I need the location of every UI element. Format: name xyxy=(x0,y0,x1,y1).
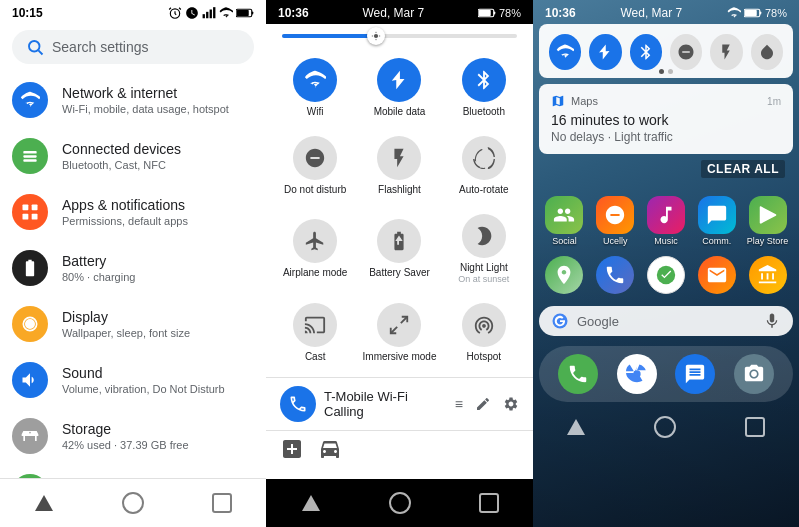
app-ucelly[interactable]: Ucelly xyxy=(593,196,637,246)
qs-airplane-label: Airplane mode xyxy=(283,267,347,279)
qs-immersive-icon xyxy=(377,303,421,347)
battery-text: Battery 80% · charging xyxy=(62,252,135,284)
app-misc-1[interactable] xyxy=(542,256,586,294)
settings-item-apps[interactable]: Apps & notifications Permissions, defaul… xyxy=(0,184,266,240)
brightness-slider[interactable] xyxy=(282,34,517,38)
qs-tile-mobile[interactable]: Mobile data xyxy=(358,48,440,124)
battery-icon-right xyxy=(744,7,762,19)
app-misc-3[interactable] xyxy=(644,256,688,294)
settings-item-storage[interactable]: Storage 42% used · 37.39 GB free xyxy=(0,408,266,464)
time-right: 10:36 xyxy=(545,6,576,20)
nav-back-mid[interactable] xyxy=(295,487,327,519)
toggle-extra[interactable] xyxy=(751,34,783,70)
toggle-bluetooth[interactable] xyxy=(630,34,662,70)
svg-rect-1 xyxy=(203,14,205,18)
google-search-bar[interactable]: Google xyxy=(539,306,793,336)
qs-tile-flashlight[interactable]: Flashlight xyxy=(358,126,440,202)
storage-settings-icon xyxy=(12,418,48,454)
qs-tile-battery-saver[interactable]: Battery Saver xyxy=(358,204,440,291)
svg-point-8 xyxy=(29,41,40,52)
svg-rect-7 xyxy=(237,10,249,16)
toggle-location[interactable] xyxy=(589,34,621,70)
qs-appbar-icon-2[interactable] xyxy=(318,437,342,461)
app-row-1: Social Ucelly Music Comm. xyxy=(539,196,793,246)
nav-back-right[interactable] xyxy=(567,419,585,435)
dock-messages[interactable] xyxy=(675,354,715,394)
svg-rect-6 xyxy=(252,12,254,15)
app-misc-2-icon xyxy=(596,256,634,294)
svg-rect-12 xyxy=(23,159,36,162)
battery-settings-icon xyxy=(12,250,48,286)
svg-rect-10 xyxy=(23,151,36,154)
display-title: Display xyxy=(62,308,190,326)
qs-tile-dnd[interactable]: Do not disturb xyxy=(274,126,356,202)
nav-recents-right[interactable] xyxy=(745,417,765,437)
qs-action-edit-icon[interactable] xyxy=(475,396,491,412)
nav-home-left[interactable] xyxy=(117,487,149,519)
qs-tile-immersive[interactable]: Immersive mode xyxy=(358,293,440,369)
dock-camera[interactable] xyxy=(734,354,774,394)
svg-rect-2 xyxy=(206,12,208,18)
sound-settings-icon xyxy=(12,362,48,398)
qs-hotspot-icon xyxy=(462,303,506,347)
nav-recents-left[interactable] xyxy=(206,487,238,519)
app-misc-5-icon xyxy=(749,256,787,294)
settings-item-battery[interactable]: Battery 80% · charging xyxy=(0,240,266,296)
settings-item-security[interactable]: Security & location Play Protect, screen… xyxy=(0,464,266,478)
settings-item-sound[interactable]: Sound Volume, vibration, Do Not Disturb xyxy=(0,352,266,408)
dock-bar xyxy=(539,346,793,402)
qs-dnd-label: Do not disturb xyxy=(284,184,346,196)
app-misc-2[interactable] xyxy=(593,256,637,294)
nav-home-mid[interactable] xyxy=(384,487,416,519)
qs-wifi-actions: ≡ xyxy=(455,396,519,412)
qs-action-settings-icon[interactable]: ≡ xyxy=(455,396,463,412)
notification-card[interactable]: Maps 1m 16 minutes to work No delays · L… xyxy=(539,84,793,154)
qs-tile-airplane[interactable]: Airplane mode xyxy=(274,204,356,291)
nav-recents-mid[interactable] xyxy=(473,487,505,519)
qs-tile-bluetooth[interactable]: Bluetooth xyxy=(443,48,525,124)
qs-flashlight-label: Flashlight xyxy=(378,184,421,196)
toggle-wifi[interactable] xyxy=(549,34,581,70)
display-text: Display Wallpaper, sleep, font size xyxy=(62,308,190,340)
app-comm-icon xyxy=(698,196,736,234)
nav-back-left[interactable] xyxy=(28,487,60,519)
settings-panel: 10:15 Search settings Network & internet xyxy=(0,0,266,527)
app-misc-5[interactable] xyxy=(746,256,790,294)
qs-cast-icon xyxy=(293,303,337,347)
app-music-icon xyxy=(647,196,685,234)
dot-2 xyxy=(668,69,673,74)
app-music[interactable]: Music xyxy=(644,196,688,246)
settings-item-display[interactable]: Display Wallpaper, sleep, font size xyxy=(0,296,266,352)
dock-phone[interactable] xyxy=(558,354,598,394)
qs-tile-hotspot[interactable]: Hotspot xyxy=(443,293,525,369)
app-comm[interactable]: Comm. xyxy=(695,196,739,246)
app-social[interactable]: Social xyxy=(542,196,586,246)
qs-tile-autorotate[interactable]: Auto-rotate xyxy=(443,126,525,202)
qs-tile-night-light[interactable]: Night Light On at sunset xyxy=(443,204,525,291)
dock-chrome[interactable] xyxy=(617,354,657,394)
display-subtitle: Wallpaper, sleep, font size xyxy=(62,326,190,340)
sound-text: Sound Volume, vibration, Do Not Disturb xyxy=(62,364,225,396)
mic-icon[interactable] xyxy=(763,312,781,330)
apps-title: Apps & notifications xyxy=(62,196,188,214)
connected-icon xyxy=(12,138,48,174)
qs-action-gear-icon[interactable] xyxy=(503,396,519,412)
app-misc-4[interactable] xyxy=(695,256,739,294)
google-icon xyxy=(551,312,569,330)
app-play-store[interactable]: Play Store xyxy=(746,196,790,246)
settings-item-connected[interactable]: Connected devices Bluetooth, Cast, NFC xyxy=(0,128,266,184)
settings-item-network[interactable]: Network & internet Wi-Fi, mobile, data u… xyxy=(0,72,266,128)
nav-home-right[interactable] xyxy=(654,416,676,438)
qs-tile-wifi[interactable]: Wifi xyxy=(274,48,356,124)
storage-title: Storage xyxy=(62,420,189,438)
toggle-flashlight[interactable] xyxy=(710,34,742,70)
qs-tile-cast[interactable]: Cast xyxy=(274,293,356,369)
svg-rect-19 xyxy=(479,10,491,16)
toggle-dnd[interactable] xyxy=(670,34,702,70)
network-icon xyxy=(12,82,48,118)
clear-all-button[interactable]: CLEAR ALL xyxy=(701,160,785,178)
qs-mobile-icon xyxy=(377,58,421,102)
qs-appbar-icon-1[interactable] xyxy=(280,437,304,461)
toggle-page-dots xyxy=(659,69,673,74)
search-bar[interactable]: Search settings xyxy=(12,30,254,64)
